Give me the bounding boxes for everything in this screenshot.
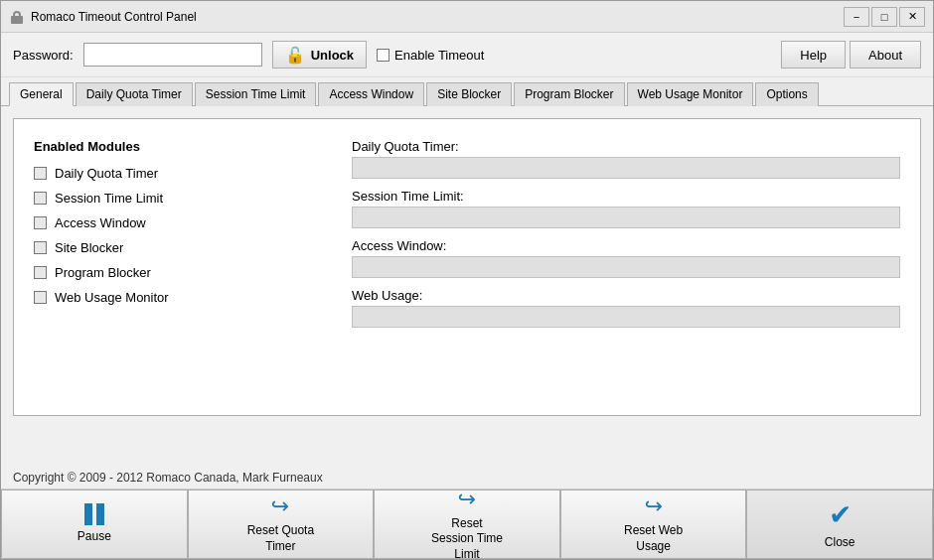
module-site-blocker-label: Site Blocker xyxy=(55,240,123,255)
minimize-button[interactable]: − xyxy=(844,7,869,27)
tab-options[interactable]: Options xyxy=(755,82,818,106)
reset-quota-button[interactable]: ↩ Reset QuotaTimer xyxy=(188,490,375,559)
reset-session-label: ResetSession TimeLimit xyxy=(431,516,503,560)
password-input[interactable] xyxy=(83,43,262,67)
module-daily-quota-checkbox[interactable] xyxy=(34,167,47,180)
enable-timeout-checkbox[interactable] xyxy=(377,49,389,62)
module-session-time-label: Session Time Limit xyxy=(55,191,163,206)
tab-web-usage-monitor[interactable]: Web Usage Monitor xyxy=(627,82,754,106)
window-title: Romaco Timeout Control Panel xyxy=(31,10,844,24)
app-icon xyxy=(9,9,25,25)
module-session-time: Session Time Limit xyxy=(34,191,312,206)
password-label: Password: xyxy=(13,48,74,63)
reset-web-label: Reset WebUsage xyxy=(624,523,683,554)
module-session-time-checkbox[interactable] xyxy=(34,192,47,205)
pause-button[interactable]: Pause xyxy=(1,490,188,559)
module-web-usage: Web Usage Monitor xyxy=(34,290,312,305)
tab-session-time-limit[interactable]: Session Time Limit xyxy=(195,82,317,106)
access-window-field-label: Access Window: xyxy=(352,238,900,253)
content-panel: Enabled Modules Daily Quota Timer Sessio… xyxy=(13,118,921,416)
access-window-field-value xyxy=(352,256,900,278)
footer-buttons: Pause ↩ Reset QuotaTimer ↩ ResetSession … xyxy=(1,489,933,559)
web-usage-field: Web Usage: xyxy=(352,288,900,328)
module-daily-quota-label: Daily Quota Timer xyxy=(55,166,158,181)
title-bar: Romaco Timeout Control Panel − □ ✕ xyxy=(1,1,933,33)
check-icon: ✔ xyxy=(829,498,852,531)
reset-quota-label: Reset QuotaTimer xyxy=(247,523,314,554)
tab-general[interactable]: General xyxy=(9,82,74,106)
reset-quota-icon: ↩ xyxy=(271,493,289,519)
module-access-window-label: Access Window xyxy=(55,215,146,230)
module-program-blocker-label: Program Blocker xyxy=(55,265,151,280)
window-close-button[interactable]: ✕ xyxy=(899,7,925,27)
module-daily-quota: Daily Quota Timer xyxy=(34,166,312,181)
reset-web-icon: ↩ xyxy=(645,493,663,519)
session-time-field-value xyxy=(352,207,900,228)
module-site-blocker: Site Blocker xyxy=(34,240,312,255)
maximize-button[interactable]: □ xyxy=(871,7,897,27)
copyright-text: Copyright © 2009 - 2012 Romaco Canada, M… xyxy=(13,471,323,485)
session-time-field: Session Time Limit: xyxy=(352,189,900,228)
tab-access-window[interactable]: Access Window xyxy=(318,82,424,106)
reset-web-button[interactable]: ↩ Reset WebUsage xyxy=(560,490,747,559)
tab-program-blocker[interactable]: Program Blocker xyxy=(514,82,624,106)
close-label: Close xyxy=(825,535,856,551)
tab-daily-quota-timer[interactable]: Daily Quota Timer xyxy=(76,82,193,106)
daily-quota-field-label: Daily Quota Timer: xyxy=(352,139,900,154)
main-content: Enabled Modules Daily Quota Timer Sessio… xyxy=(1,106,933,467)
main-window: Romaco Timeout Control Panel − □ ✕ Passw… xyxy=(0,0,934,560)
module-web-usage-label: Web Usage Monitor xyxy=(55,290,169,305)
module-web-usage-checkbox[interactable] xyxy=(34,291,47,304)
reset-session-icon: ↩ xyxy=(458,487,476,512)
module-access-window-checkbox[interactable] xyxy=(34,216,47,229)
web-usage-field-label: Web Usage: xyxy=(352,288,900,303)
unlock-label: Unlock xyxy=(311,48,354,63)
module-site-blocker-checkbox[interactable] xyxy=(34,241,47,254)
close-button[interactable]: ✔ Close xyxy=(746,490,933,559)
enable-timeout-text: Enable Timeout xyxy=(394,48,484,63)
fields-panel: Daily Quota Timer: Session Time Limit: A… xyxy=(352,139,900,395)
svg-rect-1 xyxy=(14,12,20,18)
help-button[interactable]: Help xyxy=(781,41,846,69)
pause-label: Pause xyxy=(78,529,111,545)
about-button[interactable]: About xyxy=(850,41,921,69)
module-program-blocker-checkbox[interactable] xyxy=(34,266,47,279)
tab-site-blocker[interactable]: Site Blocker xyxy=(426,82,512,106)
module-access-window: Access Window xyxy=(34,215,312,230)
access-window-field: Access Window: xyxy=(352,238,900,278)
session-time-field-label: Session Time Limit: xyxy=(352,189,900,204)
module-program-blocker: Program Blocker xyxy=(34,265,312,280)
unlock-button[interactable]: 🔓 Unlock xyxy=(272,41,367,69)
enabled-modules-panel: Enabled Modules Daily Quota Timer Sessio… xyxy=(34,139,312,395)
daily-quota-field-value xyxy=(352,157,900,179)
pause-icon xyxy=(84,503,104,525)
window-controls: − □ ✕ xyxy=(844,7,925,27)
enable-timeout-label[interactable]: Enable Timeout xyxy=(377,48,484,63)
tabs-bar: General Daily Quota Timer Session Time L… xyxy=(1,77,933,106)
web-usage-field-value xyxy=(352,306,900,328)
copyright-bar: Copyright © 2009 - 2012 Romaco Canada, M… xyxy=(1,467,933,489)
lock-icon: 🔓 xyxy=(285,46,305,65)
daily-quota-field: Daily Quota Timer: xyxy=(352,139,900,179)
help-about-group: Help About xyxy=(781,41,921,69)
enabled-modules-title: Enabled Modules xyxy=(34,139,312,154)
toolbar: Password: 🔓 Unlock Enable Timeout Help A… xyxy=(1,33,933,77)
reset-session-button[interactable]: ↩ ResetSession TimeLimit xyxy=(374,490,560,559)
